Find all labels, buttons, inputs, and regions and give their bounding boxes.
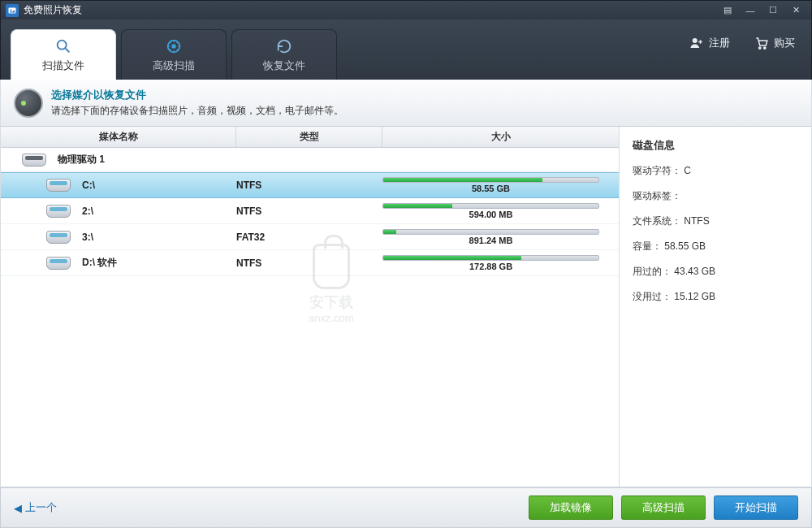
info-row: 驱动字符 C: [633, 164, 798, 178]
tab-0[interactable]: 扫描文件: [11, 29, 116, 80]
advanced-scan-button[interactable]: 高级扫描: [621, 496, 706, 520]
window-title: 免费照片恢复: [24, 3, 717, 17]
tab-icon: [54, 37, 72, 55]
instruction-headline: 选择媒介以恢复文件: [51, 88, 343, 102]
info-label: 容量: [633, 240, 662, 252]
col-size[interactable]: 大小: [382, 127, 619, 147]
register-link[interactable]: 注册: [689, 36, 730, 50]
usage-bar: [382, 203, 599, 209]
info-value: 58.55 GB: [664, 240, 706, 252]
drive-row[interactable]: 3:\FAT32891.24 MB: [1, 224, 619, 250]
tab-icon: [275, 37, 293, 55]
svg-point-1: [11, 9, 12, 11]
info-row: 文件系统 NTFS: [633, 214, 798, 228]
tab-icon: [165, 37, 183, 55]
disk-info-title: 磁盘信息: [633, 138, 798, 153]
close-button[interactable]: ✕: [785, 4, 806, 17]
usage-bar: [382, 229, 599, 235]
top-bar: 扫描文件高级扫描恢复文件 注册 购买: [0, 19, 812, 80]
info-label: 没用过: [633, 291, 672, 302]
col-type[interactable]: 类型: [236, 127, 382, 147]
drive-size: 58.55 GB: [382, 184, 599, 193]
register-label: 注册: [709, 36, 730, 50]
usage-bar: [382, 177, 599, 183]
back-label: 上一个: [25, 500, 57, 515]
svg-point-5: [693, 38, 698, 43]
drive-row[interactable]: 2:\NTFS594.00 MB: [1, 198, 619, 224]
tab-label: 扫描文件: [42, 58, 84, 73]
info-label: 驱动字符: [633, 165, 681, 176]
load-image-button[interactable]: 加载镜像: [529, 496, 613, 520]
minimize-button[interactable]: —: [740, 4, 761, 17]
info-value: C: [684, 165, 691, 176]
tab-2[interactable]: 恢复文件: [231, 29, 337, 80]
lens-icon: [14, 89, 43, 118]
arrow-left-icon: ◀: [14, 502, 22, 514]
drive-icon: [46, 205, 71, 218]
maximize-button[interactable]: ☐: [762, 4, 784, 17]
drive-group-row[interactable]: 物理驱动 1: [1, 148, 619, 172]
app-icon: [6, 4, 19, 17]
drive-name: 3:\: [82, 232, 93, 243]
tab-1[interactable]: 高级扫描: [121, 29, 227, 80]
group-label: 物理驱动 1: [58, 153, 105, 167]
svg-point-6: [759, 47, 761, 49]
buy-link[interactable]: 购买: [754, 36, 795, 50]
title-bar: 免费照片恢复 ▤ — ☐ ✕: [0, 0, 812, 19]
info-value: 15.12 GB: [674, 291, 715, 302]
drive-name: C:\: [82, 180, 95, 191]
svg-point-7: [764, 47, 766, 49]
svg-point-2: [58, 40, 67, 49]
drive-icon: [46, 257, 71, 270]
grid-header: 媒体名称 类型 大小: [1, 127, 619, 148]
instruction-bar: 选择媒介以恢复文件 请选择下面的存储设备扫描照片，音频，视频，文档，电子邮件等。: [1, 80, 811, 127]
usage-bar: [382, 255, 599, 261]
user-plus-icon: [689, 36, 704, 50]
info-row: 用过的 43.43 GB: [633, 265, 798, 279]
drive-type: NTFS: [236, 180, 382, 191]
info-value: 43.43 GB: [674, 266, 715, 277]
drive-icon: [46, 231, 71, 244]
info-label: 用过的: [633, 266, 672, 277]
disk-info-panel: 磁盘信息 驱动字符 C驱动标签 文件系统 NTFS容量 58.55 GB用过的 …: [620, 127, 811, 487]
physical-disk-icon: [22, 154, 46, 167]
drive-size: 594.00 MB: [382, 210, 599, 219]
drive-size: 891.24 MB: [382, 236, 599, 245]
svg-point-4: [171, 44, 176, 49]
cart-icon: [754, 36, 769, 50]
drive-type: NTFS: [236, 206, 382, 217]
drive-type: FAT32: [236, 232, 382, 243]
info-row: 没用过 15.12 GB: [633, 290, 798, 304]
menu-button[interactable]: ▤: [717, 4, 738, 17]
info-value: NTFS: [684, 215, 709, 227]
start-scan-button[interactable]: 开始扫描: [714, 496, 798, 520]
content-area: 选择媒介以恢复文件 请选择下面的存储设备扫描照片，音频，视频，文档，电子邮件等。…: [0, 80, 812, 487]
footer-bar: ◀ 上一个 加载镜像 高级扫描 开始扫描: [0, 487, 812, 528]
drive-icon: [46, 179, 71, 192]
info-row: 容量 58.55 GB: [633, 240, 798, 253]
tab-label: 高级扫描: [153, 58, 195, 73]
buy-label: 购买: [774, 36, 795, 50]
info-row: 驱动标签: [633, 189, 798, 203]
drive-size: 172.88 GB: [382, 262, 599, 271]
instruction-sub: 请选择下面的存储设备扫描照片，音频，视频，文档，电子邮件等。: [51, 104, 343, 118]
back-link[interactable]: ◀ 上一个: [14, 500, 57, 515]
info-label: 文件系统: [633, 215, 681, 227]
drive-name: D:\ 软件: [82, 256, 117, 270]
col-name[interactable]: 媒体名称: [1, 127, 236, 147]
drive-grid: 媒体名称 类型 大小 物理驱动 1C:\NTFS58.55 GB2:\NTFS5…: [1, 127, 620, 487]
drive-row[interactable]: D:\ 软件NTFS172.88 GB: [1, 250, 619, 276]
drive-name: 2:\: [82, 206, 93, 217]
drive-type: NTFS: [236, 258, 382, 269]
info-label: 驱动标签: [633, 190, 681, 201]
drive-row[interactable]: C:\NTFS58.55 GB: [1, 172, 619, 198]
tab-label: 恢复文件: [263, 58, 305, 73]
